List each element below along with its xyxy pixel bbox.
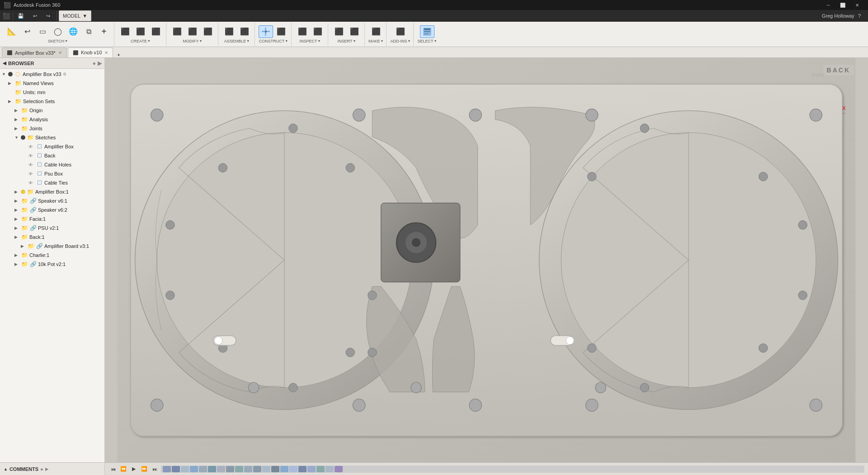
timeline-skip-start[interactable]: ⏮ <box>108 465 118 474</box>
tree-item-10kpot[interactable]: ▶ 📁 🔗 10k Pot v2:1 <box>0 260 104 269</box>
select-tool-1[interactable] <box>420 25 434 38</box>
sketch-tool-3[interactable]: ▭ <box>35 25 50 38</box>
timeline-step-5[interactable] <box>199 466 207 472</box>
sidebar-collapse-icon[interactable]: ◀ <box>3 61 6 66</box>
model-selector[interactable]: MODEL ▼ <box>59 10 91 21</box>
sketch-add[interactable]: + <box>97 25 111 38</box>
timeline-step-8[interactable] <box>226 466 234 472</box>
comments-arrow-icon[interactable]: ▶ <box>45 467 48 471</box>
sketch-tool-1[interactable]: 📐 <box>5 25 19 38</box>
tree-item-joints[interactable]: ▶ 📁 Joints <box>0 124 104 133</box>
sketch-label[interactable]: SKETCH ▼ <box>48 39 68 43</box>
tree-item-sketch-cableties[interactable]: 👁 ☐ Cable Ties <box>0 178 104 187</box>
timeline-step-17[interactable] <box>307 466 316 472</box>
timeline-step-11[interactable] <box>253 466 261 472</box>
tree-item-named-views[interactable]: ▶ 📁 Named Views <box>0 79 104 88</box>
menu-save[interactable]: 💾 <box>13 10 28 22</box>
tree-item-ampbox1[interactable]: ▶ 📁 Amplifier Box:1 <box>0 187 104 196</box>
tree-item-speaker-v62[interactable]: ▶ 📁 🔗 Speaker v6:2 <box>0 205 104 214</box>
menu-redo[interactable]: ↪ <box>42 10 55 22</box>
modify-label[interactable]: MODIFY ▼ <box>183 39 203 43</box>
tree-item-sketch-psubox[interactable]: 👁 ☐ Psu Box <box>0 169 104 178</box>
root-settings-icon[interactable]: ⚙ <box>63 72 66 76</box>
insert-label[interactable]: INSERT ▼ <box>338 39 356 43</box>
tree-item-sketch-back[interactable]: 👁 ☐ Back <box>0 151 104 160</box>
tab-close-ampbox[interactable]: ✕ <box>58 50 62 55</box>
tree-item-sketches[interactable]: ▼ 📁 Sketches <box>0 133 104 142</box>
comments-settings-icon[interactable]: ● <box>40 466 43 472</box>
create-tool-1[interactable]: ⬛ <box>118 25 132 38</box>
sketch-tool-2[interactable]: ↩ <box>20 25 34 38</box>
timeline-step-7[interactable] <box>217 466 225 472</box>
tree-item-units[interactable]: 📁 Units: mm <box>0 88 104 97</box>
timeline-step-18[interactable] <box>316 466 325 472</box>
tree-item-ampboard[interactable]: ▶ 📁 🔗 Amplifier Board v3:1 <box>0 242 104 251</box>
tree-item-psu-v21[interactable]: ▶ 📁 🔗 PSU v2:1 <box>0 223 104 233</box>
help-icon[interactable]: ? <box>858 13 861 19</box>
sketch-tool-5[interactable]: 🌐 <box>66 25 80 38</box>
timeline-step-3[interactable] <box>181 466 189 472</box>
insert-tool-1[interactable]: ⬛ <box>332 25 346 38</box>
timeline-step-20[interactable] <box>335 466 343 472</box>
close-button[interactable]: ✕ <box>850 0 864 10</box>
tree-item-charlie1[interactable]: ▶ 📁 Charlie:1 <box>0 251 104 260</box>
timeline-skip-end[interactable]: ⏭ <box>150 465 159 474</box>
timeline-prev[interactable]: ⏪ <box>119 465 128 474</box>
menu-undo[interactable]: ↩ <box>28 10 42 22</box>
create-tool-2[interactable]: ⬛ <box>133 25 148 38</box>
restore-button[interactable]: ⬜ <box>835 0 850 10</box>
modify-tool-2[interactable]: ⬛ <box>185 25 200 38</box>
sketch-tool-6[interactable]: ⧉ <box>81 25 96 38</box>
tree-item-origin[interactable]: ▶ 📁 Origin <box>0 106 104 115</box>
make-label[interactable]: MAKE ▼ <box>368 39 383 43</box>
tree-item-root[interactable]: ▼ ⬡ Amplifier Box v33 ⚙ <box>0 70 104 79</box>
viewport[interactable]: BACK X ← [cube] <box>105 58 868 462</box>
timeline-step-4[interactable] <box>190 466 198 472</box>
construct-tool-1[interactable] <box>259 25 273 38</box>
assemble-tool-2[interactable]: ⬛ <box>237 25 252 38</box>
comments-expand-icon[interactable]: ▲ <box>4 467 8 471</box>
select-label[interactable]: SELECT ▼ <box>417 39 437 43</box>
comments-section[interactable]: ▲ COMMENTS ● ▶ <box>0 463 105 475</box>
timeline-step-10[interactable] <box>244 466 252 472</box>
construct-label[interactable]: CONSTRUCT ▼ <box>259 39 288 43</box>
tree-item-sketch-cableholes[interactable]: 👁 ☐ Cable Holes <box>0 160 104 169</box>
timeline-step-13[interactable] <box>271 466 279 472</box>
tree-item-facia1[interactable]: ▶ 📁 Facia:1 <box>0 214 104 223</box>
timeline-step-1[interactable] <box>163 466 171 472</box>
timeline-play[interactable]: ▶ <box>129 465 138 474</box>
nav-cube[interactable]: [cube] <box>805 62 832 89</box>
timeline-step-15[interactable] <box>289 466 297 472</box>
sketch-tool-4[interactable]: ◯ <box>51 25 65 38</box>
addins-tool-1[interactable]: ⬛ <box>393 25 408 38</box>
assemble-label[interactable]: ASSEMBLE ▼ <box>224 39 250 43</box>
make-tool-1[interactable]: ⬛ <box>369 25 383 38</box>
timeline-step-16[interactable] <box>298 466 307 472</box>
minimize-button[interactable]: ─ <box>821 0 835 10</box>
modify-tool-1[interactable]: ⬛ <box>170 25 184 38</box>
insert-tool-2[interactable]: ⬛ <box>347 25 362 38</box>
timeline-step-9[interactable] <box>235 466 243 472</box>
window-controls[interactable]: ─ ⬜ ✕ <box>821 0 864 10</box>
inspect-tool-1[interactable]: ⬛ <box>295 25 310 38</box>
tree-item-sketch-ampbox[interactable]: 👁 ☐ Amplifier Box <box>0 142 104 151</box>
tab-knob[interactable]: ⬛ Knob v10 ✕ <box>68 48 113 57</box>
timeline-step-6[interactable] <box>208 466 216 472</box>
sidebar-menu-icon[interactable]: ▶ <box>98 60 102 66</box>
timeline-step-12[interactable] <box>262 466 270 472</box>
timeline-next[interactable]: ⏩ <box>140 465 149 474</box>
timeline-step-14[interactable] <box>280 466 288 472</box>
modify-tool-3[interactable]: ⬛ <box>201 25 215 38</box>
construct-tool-2[interactable]: ⬛ <box>274 25 288 38</box>
timeline-step-2[interactable] <box>172 466 180 472</box>
tab-amplifier-box[interactable]: ⬛ Amplifier Box v33* ✕ <box>2 48 67 57</box>
new-tab-button[interactable]: + <box>114 52 123 57</box>
tree-item-analysis[interactable]: ▶ 📁 Analysis <box>0 115 104 124</box>
create-tool-3[interactable]: ⬛ <box>149 25 163 38</box>
create-label[interactable]: CREATE ▼ <box>131 39 151 43</box>
assemble-tool-1[interactable]: ⬛ <box>222 25 236 38</box>
timeline-track[interactable] <box>161 466 864 473</box>
tree-item-speaker-v61[interactable]: ▶ 📁 🔗 Speaker v6:1 <box>0 196 104 205</box>
inspect-tool-2[interactable]: ⬛ <box>311 25 325 38</box>
tree-item-selection-sets[interactable]: ▶ 📁 Selection Sets <box>0 97 104 106</box>
